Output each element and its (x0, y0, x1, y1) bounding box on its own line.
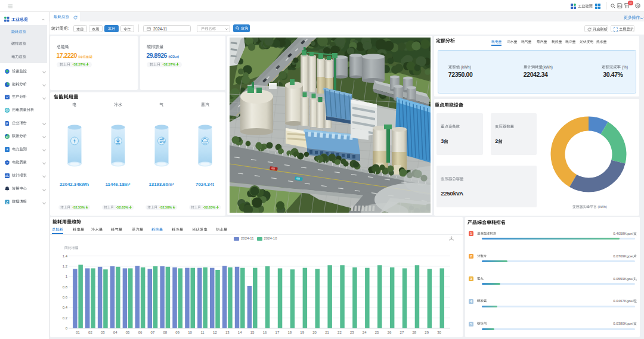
svg-text:06: 06 (138, 331, 143, 334)
svg-text:0.6: 0.6 (63, 296, 68, 299)
svg-text:05: 05 (126, 331, 130, 334)
svg-text:02: 02 (88, 331, 92, 334)
svg-text:26: 26 (388, 331, 392, 334)
svg-text:18: 18 (287, 331, 292, 334)
svg-text:12: 12 (213, 331, 217, 334)
svg-text:29: 29 (425, 331, 429, 334)
svg-text:08: 08 (163, 331, 167, 334)
svg-text:03: 03 (101, 331, 105, 334)
svg-text:21: 21 (325, 331, 329, 334)
svg-text:27: 27 (400, 331, 404, 334)
svg-text:13: 13 (225, 331, 230, 334)
svg-text:1.4: 1.4 (63, 254, 68, 258)
svg-text:07: 07 (151, 331, 155, 334)
svg-text:23: 23 (350, 331, 354, 334)
svg-text:16: 16 (263, 331, 267, 334)
svg-text:10: 10 (188, 331, 192, 334)
svg-text:1.2: 1.2 (63, 265, 68, 268)
svg-text:15: 15 (250, 331, 255, 334)
svg-text:25: 25 (375, 331, 379, 334)
svg-text:09: 09 (175, 331, 179, 334)
svg-text:19: 19 (300, 331, 304, 334)
svg-text:1: 1 (66, 275, 68, 278)
svg-text:22: 22 (338, 331, 342, 334)
svg-text:30: 30 (437, 331, 441, 334)
svg-text:04: 04 (113, 331, 117, 334)
svg-text:0.8: 0.8 (63, 285, 68, 289)
svg-text:0.2: 0.2 (63, 316, 68, 320)
svg-text:0: 0 (66, 326, 68, 330)
svg-text:11: 11 (200, 331, 205, 334)
svg-text:17: 17 (275, 331, 280, 334)
svg-text:20: 20 (312, 331, 317, 334)
svg-text:14: 14 (238, 331, 242, 334)
svg-text:24: 24 (363, 331, 367, 334)
svg-text:01: 01 (76, 331, 80, 334)
svg-text:28: 28 (412, 331, 416, 334)
svg-text:0.4: 0.4 (63, 306, 68, 309)
